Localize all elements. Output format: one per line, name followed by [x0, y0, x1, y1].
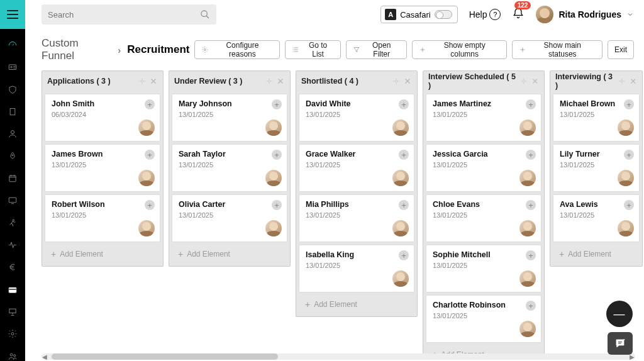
card-add-icon[interactable]: +	[145, 200, 155, 210]
kanban-card[interactable]: Jessica Garcia13/01/2025+	[426, 144, 541, 192]
kanban-card[interactable]: Lily Turner13/01/2025+	[553, 144, 640, 192]
nav-gear-icon[interactable]	[7, 329, 18, 338]
scrollbar-thumb[interactable]	[52, 353, 278, 360]
nav-card-icon[interactable]	[7, 285, 18, 294]
nav-run-icon[interactable]	[7, 218, 18, 228]
card-add-icon[interactable]: +	[526, 301, 536, 311]
card-add-icon[interactable]: +	[272, 150, 282, 160]
svg-rect-3	[9, 65, 16, 70]
card-add-icon[interactable]: +	[272, 200, 282, 210]
kanban-card[interactable]: Olivia Carter13/01/2025+	[172, 194, 287, 242]
show-main-statuses-button[interactable]: Show main statuses	[512, 40, 602, 59]
exit-button[interactable]: Exit	[608, 40, 634, 59]
configure-reasons-button[interactable]: Configure reasons	[194, 40, 279, 59]
kanban-card[interactable]: Grace Walker13/01/2025+	[299, 144, 414, 192]
notifications-button[interactable]: 122	[512, 6, 525, 23]
card-add-icon[interactable]: +	[526, 250, 536, 260]
kanban-card[interactable]: Charlotte Robinson13/01/2025+	[426, 295, 541, 343]
fab-button[interactable]: —	[606, 301, 633, 327]
search-input[interactable]	[48, 10, 200, 19]
scroll-left-icon[interactable]: ◀	[42, 353, 48, 360]
card-name: Sarah Taylor	[179, 150, 282, 158]
card-add-icon[interactable]: +	[526, 99, 536, 109]
kanban-card[interactable]: David White13/01/2025+	[299, 94, 414, 142]
close-icon[interactable]	[531, 77, 539, 86]
help-button[interactable]: Help ?	[469, 9, 501, 20]
kanban-card[interactable]: Mary Johnson13/01/2025+	[172, 94, 287, 142]
chat-fab[interactable]	[608, 332, 633, 355]
close-icon[interactable]	[629, 77, 637, 86]
svg-point-29	[204, 49, 206, 51]
column-header[interactable]: Applications ( 3 )	[42, 71, 163, 91]
card-add-icon[interactable]: +	[399, 150, 409, 160]
kanban-card[interactable]: Isabella King13/01/2025+	[299, 245, 414, 292]
column-header[interactable]: Interview Scheduled ( 5 )	[423, 71, 544, 91]
go-to-list-button[interactable]: Go to List	[285, 40, 341, 59]
brand-toggle[interactable]	[435, 10, 452, 19]
card-add-icon[interactable]: +	[399, 200, 409, 210]
gear-icon[interactable]	[138, 77, 147, 86]
column-header[interactable]: Interviewing ( 3 )	[550, 71, 642, 91]
svg-point-0	[201, 11, 207, 16]
nav-building-icon[interactable]	[7, 107, 18, 116]
card-add-icon[interactable]: +	[624, 200, 634, 210]
kanban-card[interactable]: Michael Brown13/01/2025+	[553, 94, 640, 142]
hamburger-button[interactable]	[0, 0, 25, 29]
add-element-button[interactable]: +Add Element	[553, 245, 640, 264]
add-element-button[interactable]: +Add Element	[45, 245, 160, 264]
column-header[interactable]: Shortlisted ( 4 )	[296, 71, 417, 91]
kanban-card[interactable]: James Brown13/01/2025+	[45, 144, 160, 192]
close-icon[interactable]	[403, 77, 412, 86]
card-avatar	[519, 170, 536, 186]
card-add-icon[interactable]: +	[624, 99, 634, 109]
nav-shield-icon[interactable]	[7, 85, 18, 94]
kanban-card[interactable]: John Smith06/03/2024+	[45, 94, 160, 142]
show-empty-columns-button[interactable]: Show empty columns	[412, 40, 507, 59]
kanban-card[interactable]: Ava Lewis13/01/2025+	[553, 194, 640, 242]
kanban-card[interactable]: Mia Phillips13/01/2025+	[299, 194, 414, 242]
user-menu[interactable]: Rita Rodrigues	[536, 6, 634, 23]
gear-icon[interactable]	[618, 77, 626, 86]
nav-calendar-icon[interactable]	[7, 174, 18, 183]
nav-idcard-icon[interactable]	[7, 62, 18, 72]
card-add-icon[interactable]: +	[145, 99, 155, 109]
breadcrumb-parent[interactable]: Custom Funnel	[42, 37, 111, 62]
open-filter-button[interactable]: Open Filter	[346, 40, 407, 59]
card-add-icon[interactable]: +	[145, 150, 155, 160]
horizontal-scrollbar[interactable]: ◀ ▶	[42, 353, 635, 360]
nav-activity-icon[interactable]	[7, 240, 18, 250]
add-element-button[interactable]: +Add Element	[299, 295, 414, 314]
gear-icon[interactable]	[519, 77, 528, 86]
kanban-card[interactable]: Chloe Evans13/01/2025+	[426, 194, 541, 242]
kanban-card[interactable]: James Martinez13/01/2025+	[426, 94, 541, 142]
nav-euro-icon[interactable]	[7, 262, 18, 272]
card-add-icon[interactable]: +	[399, 99, 409, 109]
svg-point-27	[10, 353, 13, 356]
kanban-card[interactable]: Sarah Taylor13/01/2025+	[172, 144, 287, 192]
svg-point-46	[395, 80, 397, 82]
gear-icon[interactable]	[392, 77, 401, 86]
nav-user-icon[interactable]	[7, 129, 18, 138]
brand-switcher[interactable]: A Casafari	[380, 6, 457, 23]
card-add-icon[interactable]: +	[526, 150, 536, 160]
search-field-wrap[interactable]	[42, 4, 216, 25]
nav-rocket-icon[interactable]	[7, 152, 18, 161]
kanban-card[interactable]: Robert Wilson13/01/2025+	[45, 194, 160, 242]
svg-point-34	[292, 50, 293, 50]
card-add-icon[interactable]: +	[526, 200, 536, 210]
close-icon[interactable]	[276, 77, 285, 86]
card-date: 13/01/2025	[433, 161, 536, 169]
add-element-button[interactable]: +Add Element	[172, 245, 287, 264]
card-add-icon[interactable]: +	[272, 99, 282, 109]
close-icon[interactable]	[149, 77, 158, 86]
nav-team-icon[interactable]	[7, 352, 18, 361]
column-header[interactable]: Under Review ( 3 )	[169, 71, 290, 91]
breadcrumb-separator-icon: ›	[118, 45, 121, 55]
kanban-card[interactable]: Sophie Mitchell13/01/2025+	[426, 245, 541, 292]
card-add-icon[interactable]: +	[399, 250, 409, 260]
gear-icon[interactable]	[265, 77, 274, 86]
card-add-icon[interactable]: +	[624, 150, 634, 160]
nav-presentation-icon[interactable]	[7, 307, 18, 316]
nav-dashboard-icon[interactable]	[7, 40, 18, 50]
nav-monitor-icon[interactable]	[7, 196, 18, 205]
